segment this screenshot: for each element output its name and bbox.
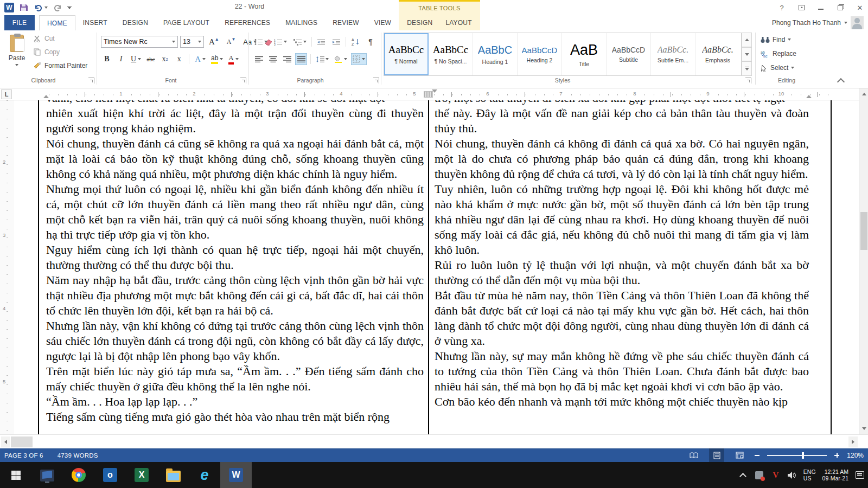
undo-icon[interactable]: [34, 4, 48, 11]
tray-v-app-icon[interactable]: V: [771, 470, 781, 480]
font-color-button[interactable]: A: [227, 53, 240, 65]
ribbon-display-options-icon[interactable]: [796, 3, 806, 12]
taskbar-word-active[interactable]: W: [220, 462, 252, 488]
bullets-button[interactable]: [253, 36, 269, 48]
avatar[interactable]: [851, 16, 864, 29]
table-cell-left[interactable]: vành, cho nên một chút ra biển nhà ta th…: [46, 100, 424, 425]
language-indicator[interactable]: ENG US: [803, 468, 816, 481]
minimize-icon[interactable]: [816, 3, 826, 12]
start-button[interactable]: [0, 462, 31, 488]
tab-page-layout[interactable]: PAGE LAYOUT: [156, 15, 217, 30]
style-subtitle[interactable]: AaBbCcD Subtitle: [607, 33, 651, 75]
line-spacing-button[interactable]: [314, 53, 330, 65]
scroll-up-icon[interactable]: [859, 89, 868, 99]
select-button[interactable]: Select: [761, 64, 794, 72]
shrink-font-button[interactable]: A▼: [225, 36, 238, 48]
table-cell-right[interactable]: trở, một số tàu thuyền đi biển xa đôi kh…: [435, 100, 809, 409]
zoom-slider[interactable]: [767, 455, 827, 456]
font-dialog-launcher[interactable]: [240, 78, 246, 84]
strikethrough-button[interactable]: abc: [145, 53, 157, 65]
superscript-button[interactable]: x: [173, 53, 185, 65]
highlight-color-button[interactable]: ab: [209, 53, 225, 65]
style-heading-1[interactable]: AaBbC Heading 1: [473, 33, 518, 75]
table-column-marker[interactable]: [424, 91, 433, 98]
font-size-combobox[interactable]: 13: [180, 36, 204, 48]
styles-scroll-up-icon[interactable]: [742, 33, 752, 47]
clipboard-dialog-launcher[interactable]: [88, 78, 94, 84]
save-icon[interactable]: [20, 3, 28, 12]
action-center-icon[interactable]: [855, 470, 865, 480]
tab-insert[interactable]: INSERT: [75, 15, 115, 30]
format-painter-button[interactable]: Format Painter: [34, 62, 87, 69]
tray-notification-badge-icon[interactable]: [755, 470, 764, 480]
align-right-button[interactable]: [281, 53, 293, 65]
align-left-button[interactable]: [253, 53, 265, 65]
subscript-button[interactable]: x2: [159, 53, 171, 65]
right-indent-marker[interactable]: [806, 95, 812, 98]
italic-button[interactable]: I: [115, 53, 127, 65]
tab-design[interactable]: DESIGN: [115, 15, 156, 30]
zoom-in-icon[interactable]: [834, 453, 839, 458]
tray-expand-icon[interactable]: [738, 470, 748, 480]
volume-icon[interactable]: [787, 470, 797, 480]
justify-button[interactable]: [295, 53, 307, 65]
cut-button[interactable]: Cut: [34, 35, 55, 42]
paste-button[interactable]: Paste: [4, 34, 29, 74]
taskbar-internet-explorer[interactable]: e: [189, 462, 220, 488]
increase-indent-button[interactable]: [330, 36, 342, 48]
redo-icon[interactable]: [53, 4, 62, 11]
replace-button[interactable]: abac Replace: [761, 50, 796, 57]
customize-qat-icon[interactable]: [67, 6, 72, 10]
shading-button[interactable]: [333, 53, 349, 65]
styles-dialog-launcher[interactable]: [745, 78, 751, 84]
zoom-slider-handle[interactable]: [802, 452, 804, 459]
style-normal[interactable]: AaBbCc ¶ Normal: [384, 33, 429, 75]
grow-font-button[interactable]: A▲: [207, 36, 221, 48]
style-no-spacing[interactable]: AaBbCc ¶ No Spaci...: [429, 33, 473, 75]
taskbar-outlook[interactable]: o: [94, 462, 126, 488]
tab-review[interactable]: REVIEW: [325, 15, 367, 30]
show-hide-pilcrow-button[interactable]: ¶: [365, 36, 376, 48]
horizontal-scroll-thumb[interactable]: [11, 436, 33, 447]
collapse-ribbon-icon[interactable]: [837, 78, 845, 84]
horizontal-ruler[interactable]: 1 2 3 4 5 6 7 8 9 10: [0, 88, 868, 100]
multilevel-list-button[interactable]: [292, 36, 308, 48]
tab-table-design[interactable]: DESIGN: [403, 15, 437, 30]
vertical-scroll-thumb[interactable]: [860, 212, 867, 250]
tab-table-layout[interactable]: LAYOUT: [441, 15, 476, 30]
close-icon[interactable]: ✕: [855, 3, 865, 12]
page-indicator[interactable]: PAGE 3 OF 6: [4, 452, 43, 459]
style-subtle-emphasis[interactable]: AaBbCc. Subtle Em...: [651, 33, 695, 75]
taskbar-display-app[interactable]: [31, 462, 63, 488]
scroll-left-icon[interactable]: [1, 436, 10, 447]
scroll-right-icon[interactable]: [848, 436, 858, 447]
sort-button[interactable]: AZ: [349, 36, 361, 48]
help-icon[interactable]: ?: [777, 3, 787, 12]
tab-stop-selector[interactable]: L: [1, 89, 12, 99]
tab-references[interactable]: REFERENCES: [217, 15, 278, 30]
zoom-out-icon[interactable]: [755, 455, 760, 456]
taskbar-chrome[interactable]: [63, 462, 94, 488]
style-emphasis[interactable]: AaBbCc. Emphasis: [695, 33, 740, 75]
underline-button[interactable]: U: [129, 53, 143, 65]
undo-dropdown-arrow[interactable]: [44, 7, 48, 9]
font-family-combobox[interactable]: Times New Rc: [101, 36, 178, 48]
scroll-down-icon[interactable]: [859, 424, 868, 433]
tab-mailings[interactable]: MAILINGS: [278, 15, 325, 30]
word-count[interactable]: 4739 WORDS: [58, 452, 98, 459]
read-mode-button[interactable]: [686, 448, 701, 462]
decrease-indent-button[interactable]: [315, 36, 327, 48]
left-indent-marker[interactable]: [43, 95, 49, 98]
print-layout-button[interactable]: [709, 448, 724, 462]
copy-button[interactable]: Copy: [34, 48, 60, 56]
paragraph-dialog-launcher[interactable]: [373, 78, 379, 84]
find-button[interactable]: Find: [761, 36, 791, 43]
horizontal-scrollbar[interactable]: [0, 434, 868, 448]
account-menu[interactable]: Phong Thach Ho Thanh: [772, 15, 864, 30]
style-title[interactable]: AaB Title: [562, 33, 607, 75]
tab-home[interactable]: HOME: [39, 15, 75, 30]
text-effects-button[interactable]: A: [193, 53, 207, 65]
tab-file[interactable]: FILE: [4, 15, 35, 30]
clock[interactable]: 12:21 AM 09-Mar-21: [822, 468, 848, 481]
vertical-scrollbar[interactable]: [859, 88, 868, 434]
